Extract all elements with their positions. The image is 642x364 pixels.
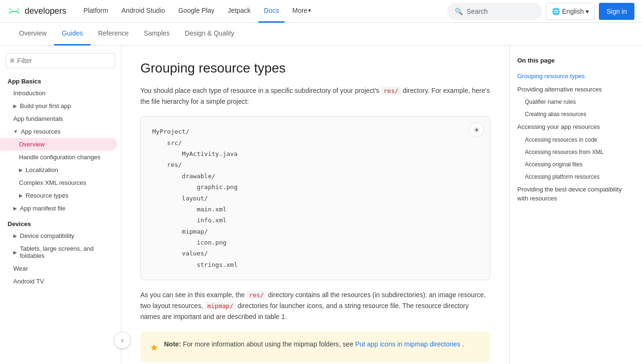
toc-item-accessing-platform[interactable]: Accessing platform resources [517, 171, 634, 183]
dark-mode-button[interactable]: ☀ [469, 122, 484, 137]
sidebar-item-device-compat[interactable]: Device compatibility [0, 229, 117, 242]
sidebar-section-devices: Devices Device compatibility Tablets, la… [0, 215, 121, 288]
toc-title: On this page [517, 57, 634, 64]
left-sidebar: ≡ App Basics Introduction Build your fir… [0, 46, 121, 364]
nav-jetpack[interactable]: Jetpack [222, 0, 256, 23]
chevron-right-icon [13, 206, 17, 211]
sidebar-item-android-tv[interactable]: Android TV [0, 275, 117, 288]
sidebar-item-resource-types[interactable]: Resource types [0, 189, 117, 202]
more-chevron-icon: ▾ [308, 7, 311, 14]
nav-platform[interactable]: Platform [78, 0, 114, 23]
sidebar-collapse-button[interactable]: ‹ [114, 332, 131, 349]
chevron-right-icon [13, 233, 17, 238]
filter-box[interactable]: ≡ [6, 53, 115, 68]
sub-navigation: Overview Guides Reference Samples Design… [0, 23, 642, 46]
sidebar-item-label: Resource types [26, 192, 68, 199]
nav-android-studio[interactable]: Android Studio [116, 0, 171, 23]
top-navigation: developers Platform Android Studio Googl… [0, 0, 642, 23]
toc-item-best-compat[interactable]: Providing the best device compatibility … [517, 183, 634, 205]
sidebar-item-label: Complex XML resources [19, 179, 86, 186]
code-block: ☀ MyProject/ src/ MyActivity.java res/ d… [140, 116, 490, 280]
sidebar-item-introduction[interactable]: Introduction [0, 87, 117, 100]
nav-google-play[interactable]: Google Play [173, 0, 220, 23]
tab-reference[interactable]: Reference [91, 23, 137, 46]
nav-docs[interactable]: Docs [258, 0, 285, 23]
res-inline-code2: res/ [247, 291, 266, 299]
sidebar-item-label: Introduction [13, 90, 46, 97]
tab-guides[interactable]: Guides [54, 23, 90, 46]
sidebar-item-handle-config[interactable]: Handle configuration changes [0, 151, 117, 164]
chevron-right-icon [19, 193, 23, 198]
right-sidebar-toc: On this page Grouping resource types Pro… [509, 46, 642, 364]
page-title: Grouping resource types [140, 61, 490, 76]
sidebar-item-label: App resources [21, 128, 61, 135]
chevron-down-icon [13, 129, 18, 134]
logo-area[interactable]: developers [8, 5, 66, 18]
svg-point-1 [16, 10, 17, 12]
nav-links: Platform Android Studio Google Play Jetp… [78, 0, 443, 23]
sidebar-item-label: Android TV [13, 278, 44, 285]
search-placeholder: Search [467, 8, 487, 15]
android-logo-icon [8, 5, 21, 18]
main-layout: ≡ App Basics Introduction Build your fir… [0, 46, 642, 364]
globe-icon: 🌐 [552, 8, 560, 15]
toc-item-grouping[interactable]: Grouping resource types [517, 70, 634, 83]
toc-item-alias-resources[interactable]: Creating alias resources [517, 108, 634, 120]
note-label: Note: [164, 340, 181, 348]
filter-input[interactable] [17, 57, 111, 64]
collapse-left-icon: ‹ [121, 336, 123, 345]
svg-point-0 [11, 10, 13, 12]
tab-overview[interactable]: Overview [11, 23, 54, 46]
para2: As you can see in this example, the res/… [140, 290, 490, 322]
res-inline-code: res/ [381, 87, 401, 95]
chevron-right-icon [13, 103, 17, 109]
logo-text: developers [25, 6, 66, 16]
sidebar-item-label: Device compatibility [20, 232, 74, 239]
nav-more[interactable]: More ▾ [286, 0, 317, 23]
search-box[interactable]: 🔍 Search [447, 3, 542, 20]
sign-in-button[interactable]: Sign in [599, 3, 634, 20]
sidebar-item-label: Build your first app [20, 102, 71, 109]
toc-item-accessing-code[interactable]: Accessing resources in code [517, 134, 634, 146]
filter-icon: ≡ [10, 56, 14, 65]
sidebar-item-build-first-app[interactable]: Build your first app [0, 100, 117, 112]
main-content: Grouping resource types You should place… [121, 46, 509, 364]
toc-item-qualifier-rules[interactable]: Qualifier name rules [517, 96, 634, 108]
note-text: Note: For more information about using t… [164, 339, 464, 349]
sidebar-item-label: Wear [13, 265, 28, 272]
sidebar-item-app-resources[interactable]: App resources [0, 125, 117, 138]
intro-paragraph: You should place each type of resource i… [140, 85, 490, 107]
chevron-right-icon [19, 167, 23, 173]
sidebar-item-label: Localization [26, 166, 58, 173]
code-content: MyProject/ src/ MyActivity.java res/ dra… [152, 126, 478, 270]
sidebar-item-localization[interactable]: Localization [0, 164, 117, 176]
svg-line-2 [9, 8, 11, 10]
note-link[interactable]: Put app icons in mipmap directories [355, 340, 460, 348]
sidebar-item-complex-xml[interactable]: Complex XML resources [0, 176, 117, 189]
section-label-app-basics: App Basics [0, 72, 121, 87]
sidebar-item-tablets[interactable]: Tablets, large screens, and foldables [0, 242, 117, 262]
language-selector[interactable]: 🌐 English ▾ [546, 3, 595, 20]
sidebar-item-app-fundamentals[interactable]: App fundamentals [0, 112, 117, 125]
chevron-right-icon [13, 250, 17, 255]
note-box: ★ Note: For more information about using… [140, 331, 490, 363]
sidebar-item-label: Tablets, large screens, and foldables [20, 245, 110, 259]
sidebar-item-label: Overview [19, 141, 45, 148]
toc-item-accessing-original[interactable]: Accessing original files [517, 158, 634, 171]
section-label-devices: Devices [0, 215, 121, 229]
language-chevron-icon: ▾ [586, 8, 589, 15]
tab-samples[interactable]: Samples [136, 23, 177, 46]
toc-item-providing-alt[interactable]: Providing alternative resources [517, 83, 634, 96]
sidebar-item-label: App manifest file [20, 205, 65, 212]
sidebar-section-app-basics: App Basics Introduction Build your first… [0, 72, 121, 215]
toc-item-accessing-xml[interactable]: Accessing resources from XML [517, 146, 634, 158]
tab-design-quality[interactable]: Design & Quality [177, 23, 242, 46]
search-icon: 🔍 [455, 8, 463, 15]
svg-line-3 [18, 8, 19, 10]
toc-item-accessing[interactable]: Accessing your app resources [517, 120, 634, 134]
star-icon: ★ [150, 340, 158, 355]
sidebar-item-app-manifest[interactable]: App manifest file [0, 202, 117, 215]
sidebar-item-overview[interactable]: Overview [0, 138, 117, 151]
sidebar-item-label: App fundamentals [13, 115, 63, 122]
sidebar-item-wear[interactable]: Wear [0, 262, 117, 275]
